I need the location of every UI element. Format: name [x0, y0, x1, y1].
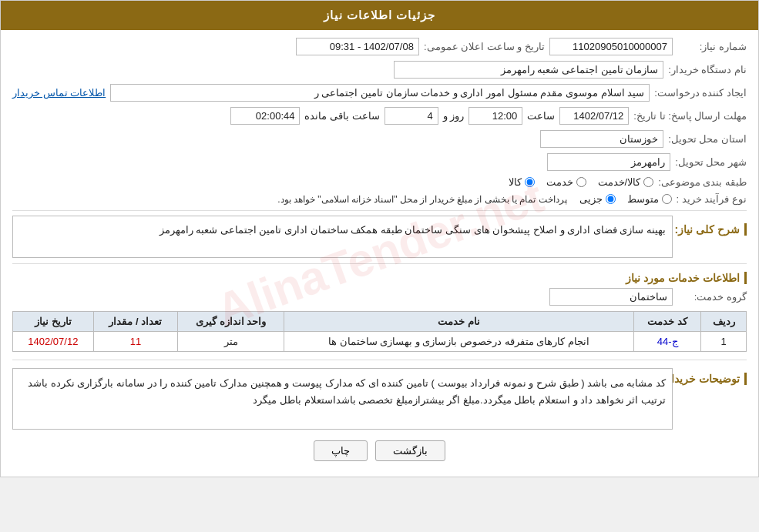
- col-header-qty: تعداد / مقدار: [93, 312, 177, 332]
- buyer-notes-label: توضیحات خریدار:: [677, 373, 747, 385]
- back-button[interactable]: بازگشت: [375, 440, 445, 461]
- category-label-kala: کالا: [509, 176, 522, 188]
- col-header-name: نام خدمت: [284, 312, 634, 332]
- col-header-unit: واحد اندازه گیری: [178, 312, 284, 332]
- category-row: طبقه بندی موضوعی: کالا/خدمت خدمت کالا: [12, 176, 747, 188]
- cell-unit: متر: [178, 332, 284, 352]
- page-title: جزئیات اطلاعات نیاز: [324, 8, 435, 22]
- reply-days: 4: [385, 107, 438, 125]
- requester-value: سید اسلام موسوی مقدم مسئول امور اداری و …: [110, 84, 650, 102]
- category-radio-group: کالا/خدمت خدمت کالا: [509, 176, 654, 188]
- col-header-code: کد خدمت: [633, 312, 700, 332]
- province-label: استان محل تحویل:: [668, 133, 747, 145]
- cell-qty: 11: [93, 332, 177, 352]
- buyer-label: نام دستگاه خریدار:: [668, 64, 747, 75]
- description-row: شرح کلی نیاز: بهینه سازی فضای اداری و اص…: [12, 216, 747, 258]
- city-value: رامهرمز: [547, 153, 670, 171]
- purchase-radio-motavaset[interactable]: [662, 194, 672, 204]
- purchase-note: پرداخت تمام یا بخشی از مبلغ خریدار از مح…: [277, 194, 566, 205]
- category-radio-khedmat[interactable]: [576, 177, 586, 187]
- reply-deadline-label: مهلت ارسال پاسخ: تا تاریخ:: [633, 110, 747, 122]
- buyer-value: سازمان تامین اجتماعی شعبه رامهرمز: [394, 61, 663, 79]
- category-label-khedmat: خدمت: [546, 176, 573, 188]
- buyer-notes-value: کد مشابه می باشد ( طبق شرح و نمونه فرارد…: [12, 368, 673, 430]
- province-row: استان محل تحویل: خوزستان: [12, 130, 747, 148]
- services-table: ردیف کد خدمت نام خدمت واحد اندازه گیری ت…: [12, 311, 747, 352]
- category-radio-kala-khedmat[interactable]: [643, 177, 653, 187]
- service-group-value: ساختمان: [549, 288, 673, 306]
- reply-time-label: ساعت: [527, 110, 555, 122]
- city-label: شهر محل تحویل:: [675, 156, 747, 168]
- purchase-type-row: نوع فرآیند خرید : متوسط جزیی پرداخت تمام…: [12, 193, 747, 205]
- need-number-row: شماره نیاز: 11020905010000007 تاریخ و سا…: [12, 38, 747, 55]
- category-label-kala-khedmat: کالا/خدمت: [598, 176, 641, 188]
- reply-remain-label: ساعت باقی مانده: [304, 110, 379, 122]
- category-radio-kala[interactable]: [525, 177, 535, 187]
- reply-time: 12:00: [468, 107, 522, 125]
- reply-date: 1402/07/12: [559, 107, 629, 125]
- service-group-label: گروه خدمت:: [677, 291, 747, 303]
- cell-code: ج-44: [633, 332, 700, 352]
- service-group-row: گروه خدمت: ساختمان: [12, 288, 747, 306]
- col-header-date: تاریخ نیاز: [13, 312, 94, 332]
- category-label: طبقه بندی موضوعی:: [658, 176, 747, 188]
- category-option-khedmat[interactable]: خدمت: [546, 176, 586, 188]
- purchase-option-motavaset[interactable]: متوسط: [627, 193, 672, 205]
- reply-remain: 02:00:44: [230, 107, 300, 125]
- buyer-notes-row: توضیحات خریدار: کد مشابه می باشد ( طبق ش…: [12, 365, 747, 430]
- requester-link[interactable]: اطلاعات تماس خریدار: [12, 87, 106, 99]
- date-label: تاریخ و ساعت اعلان عمومی:: [424, 41, 545, 52]
- services-info-title: اطلاعات خدمات مورد نیاز: [12, 272, 747, 284]
- purchase-option-jozii[interactable]: جزیی: [579, 193, 616, 205]
- need-number-label: شماره نیاز:: [677, 41, 747, 52]
- province-value: خوزستان: [540, 130, 663, 148]
- table-row: 1 ج-44 انجام کارهای متفرقه درخصوص بازساز…: [13, 332, 747, 352]
- cell-row: 1: [701, 332, 747, 352]
- purchase-type-label: نوع فرآیند خرید :: [677, 193, 747, 205]
- purchase-radio-jozii[interactable]: [606, 194, 616, 204]
- city-row: شهر محل تحویل: رامهرمز: [12, 153, 747, 171]
- reply-deadline-row: مهلت ارسال پاسخ: تا تاریخ: 1402/07/12 سا…: [12, 107, 747, 125]
- need-number-value: 11020905010000007: [549, 38, 673, 55]
- purchase-label-jozii: جزیی: [579, 193, 603, 205]
- page-header: جزئیات اطلاعات نیاز: [1, 1, 758, 30]
- purchase-label-motavaset: متوسط: [627, 193, 659, 205]
- purchase-radio-group: متوسط جزیی: [579, 193, 672, 205]
- category-option-kala[interactable]: کالا: [509, 176, 535, 188]
- buttons-row: بازگشت چاپ: [12, 440, 747, 461]
- description-value: بهینه سازی فضای اداری و اصلاح پیشخوان ها…: [12, 216, 673, 258]
- cell-date: 1402/07/12: [13, 332, 94, 352]
- col-header-row: ردیف: [701, 312, 747, 332]
- cell-name: انجام کارهای متفرقه درخصوص بازسازی و بهس…: [284, 332, 634, 352]
- buyer-row: نام دستگاه خریدار: سازمان تامین اجتماعی …: [12, 61, 747, 79]
- print-button[interactable]: چاپ: [314, 440, 368, 461]
- requester-row: ایجاد کننده درخواست: سید اسلام موسوی مقد…: [12, 84, 747, 102]
- date-value: 1402/07/08 - 09:31: [296, 38, 419, 55]
- reply-days-label: روز و: [443, 110, 465, 122]
- requester-label: ایجاد کننده درخواست:: [654, 87, 747, 99]
- description-label: شرح کلی نیاز:: [677, 223, 747, 236]
- category-option-kala-khedmat[interactable]: کالا/خدمت: [598, 176, 654, 188]
